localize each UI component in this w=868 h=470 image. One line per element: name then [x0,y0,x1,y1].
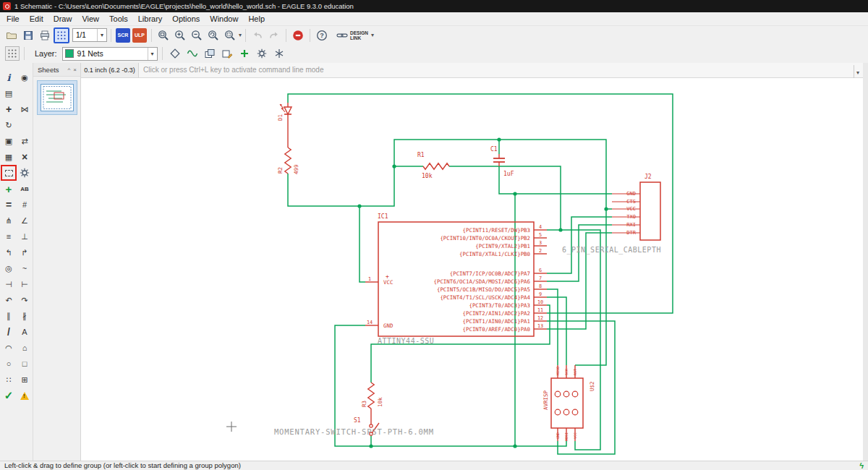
dimension-tool-button[interactable]: ∷ [1,372,16,387]
add-tool-button[interactable]: + [1,181,16,196]
add-part-button[interactable] [237,46,252,61]
net-tool-button[interactable]: ∦ [17,309,32,323]
redo-button[interactable] [266,27,282,43]
junction-dot[interactable] [369,444,373,448]
move-tool-button[interactable]: + [1,102,16,116]
scrollbar-strip[interactable] [863,63,868,461]
undo-button[interactable] [250,27,265,43]
zoom-out-button[interactable] [189,27,205,43]
menu-draw[interactable]: Draw [48,12,77,25]
close-icon[interactable]: × [72,67,78,73]
junction-dot[interactable] [392,164,396,168]
save-button[interactable] [20,27,36,43]
junction-dot[interactable] [497,137,501,141]
wire-tool-button[interactable]: / [1,325,16,339]
junction-dot[interactable] [357,204,361,208]
swap-tool-button[interactable]: ⇄ [17,134,32,148]
chevron-down-icon[interactable]: ▾ [371,32,374,38]
value-tool-button[interactable]: = [1,197,16,212]
junction-dot[interactable] [513,192,516,195]
pinswap-tool-button[interactable]: ⊣ [1,277,16,291]
frame-tool-button[interactable]: ⊞ [17,372,32,387]
optimize-tool-button[interactable]: ⊥ [17,229,32,244]
menu-view[interactable]: View [77,12,104,25]
junction-dot[interactable] [513,444,516,448]
resistor-R1[interactable] [423,163,449,169]
settings-button[interactable] [254,46,270,61]
rect-tool-button[interactable]: □ [17,356,32,371]
delete-tool-button[interactable]: × [17,150,32,164]
errors-tool-button[interactable]: ! [17,388,32,403]
zoom-redraw-button[interactable] [205,27,221,43]
polygon-tool-button[interactable]: ⌂ [17,341,32,355]
invoke-tool-button[interactable]: ≡ [1,229,16,244]
group-tool-button[interactable] [1,166,16,180]
junction-dot[interactable] [558,228,562,231]
schematic-svg[interactable]: GNDCTSVCCTXORXIDTR{PCINT11/RESET/DW}PB34… [81,78,863,461]
net-wire[interactable] [547,289,558,365]
sheet-thumbnail[interactable] [37,80,77,115]
grid-toggle-button[interactable] [5,46,20,61]
zoom-fit-button[interactable] [156,27,171,43]
menu-help[interactable]: Help [243,12,270,25]
zoom-in-button[interactable] [172,27,188,43]
design-link-button[interactable]: DESIGNLINK▾ [333,28,377,43]
layer-selector[interactable]: 91 Nets▾ [62,47,158,61]
rotate-tool-button[interactable]: ↻ [1,118,16,132]
redo-bend-tool-button[interactable]: ↷ [17,293,32,307]
help-button[interactable]: ? [314,27,330,43]
smash-tool-button[interactable]: # [17,197,32,212]
schematic-canvas[interactable]: GNDCTSVCCTXORXIDTR{PCINT11/RESET/DW}PB34… [81,78,863,461]
attributes-button[interactable] [219,46,235,61]
ripup-tool-button[interactable]: ~ [17,261,32,275]
show-tool-button[interactable]: ◉ [17,70,32,85]
options-button[interactable] [271,46,287,61]
gateswap-tool-button[interactable]: ⊢ [17,277,32,291]
menu-window[interactable]: Window [205,12,243,25]
name-tool-button[interactable]: AB [17,181,32,196]
menu-tools[interactable]: Tools [104,12,133,25]
grid-settings-button[interactable] [54,27,69,43]
paste-tool-button[interactable]: ▦ [1,150,16,164]
menu-file[interactable]: File [1,12,25,25]
zoom-select-button-dropdown[interactable]: ▾ [239,32,242,38]
resistor-R2[interactable] [285,148,291,174]
net-style-button[interactable] [184,46,200,61]
sheet-selector[interactable]: 1/1▾ [72,28,107,42]
text-tool-button[interactable]: A [17,325,32,339]
isp-body[interactable] [551,378,583,428]
zoom-select-button[interactable] [222,27,238,43]
connector-body[interactable] [640,182,660,240]
menu-library[interactable]: Library [133,12,168,25]
miter-tool-button[interactable]: ∠ [17,213,32,228]
chevron-down-icon[interactable]: ▾ [97,29,106,41]
circle-tool-button[interactable]: ○ [1,356,16,371]
print-button[interactable] [37,27,53,43]
change-tool-button[interactable] [17,166,32,180]
ulp-button[interactable]: ULP [132,28,147,43]
command-line-input[interactable]: Click or press Ctrl+L key to activate co… [139,63,863,78]
chevron-down-icon[interactable]: ▾ [148,48,157,60]
resistor-R3[interactable] [368,383,374,409]
split-tool-button[interactable]: ⋔ [1,213,16,228]
arc-tool-button[interactable]: ◠ [1,341,16,355]
junction-dot[interactable] [604,207,608,210]
menu-options[interactable]: Options [167,12,205,25]
mirror-tool-button[interactable]: ⋈ [17,102,32,116]
bend-left-tool-button[interactable]: ↰ [1,245,16,260]
net-wire[interactable] [499,166,612,194]
script-button[interactable]: SCR [116,28,130,43]
bus-tool-button[interactable]: ∥ [1,309,16,323]
display-tool-button[interactable]: ▤ [1,86,16,101]
net-wire[interactable] [288,140,606,365]
wire-bend-button[interactable] [167,46,183,61]
bend-right-tool-button[interactable]: ↱ [17,245,32,260]
undo-bend-tool-button[interactable]: ↶ [1,293,16,307]
stop-button[interactable] [290,27,306,43]
sheet-list-button[interactable] [202,46,218,61]
erc-tool-button[interactable]: ✓ [1,388,16,403]
copy-tool-button[interactable]: ▣ [1,134,16,148]
info-tool-button[interactable]: i [1,70,16,85]
led-symbol[interactable] [284,107,292,114]
undock-icon[interactable]: ^ [67,67,72,73]
